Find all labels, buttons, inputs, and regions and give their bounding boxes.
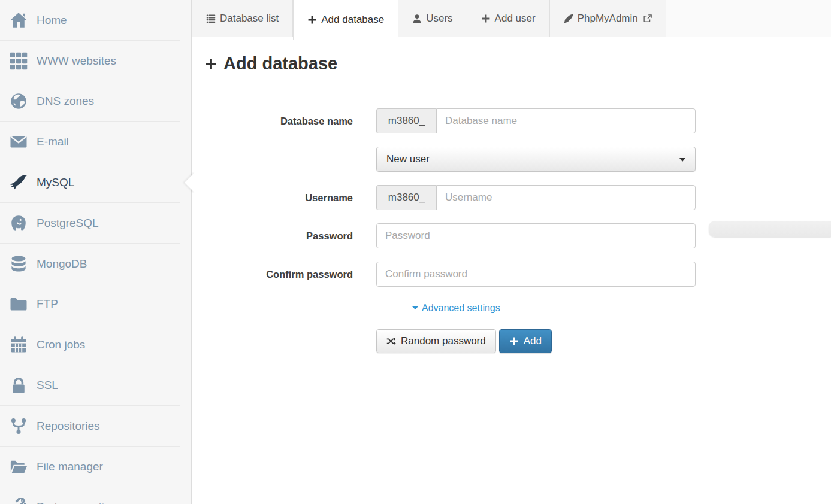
lock-icon: [9, 376, 28, 395]
sidebar-item-label: Cron jobs: [37, 338, 85, 351]
page-title-text: Add database: [223, 54, 337, 74]
code-fork-icon: [9, 417, 28, 436]
username-input[interactable]: [436, 185, 696, 210]
main-content: Database list Add database Users Add use…: [192, 0, 831, 504]
form-buttons-row: Random password Add: [376, 329, 831, 353]
home-icon: [9, 11, 28, 30]
sidebar-item-label: PostgreSQL: [37, 217, 99, 230]
sidebar-item-ssl[interactable]: SSL: [0, 365, 191, 406]
sidebar-item-www-websites[interactable]: WWW websites: [0, 41, 191, 81]
random-password-label: Random password: [401, 335, 486, 347]
plus-icon: [307, 15, 317, 25]
envelope-icon: [9, 132, 28, 151]
title-divider: [204, 90, 831, 90]
database-name-input[interactable]: [436, 108, 696, 133]
sidebar-item-label: MongoDB: [37, 257, 87, 271]
folder-open-icon: [9, 457, 28, 476]
tab-label: Add user: [495, 13, 536, 25]
sidebar-item-label: Repositories: [37, 420, 100, 433]
confirm-password-input[interactable]: [376, 262, 696, 287]
database-name-input-group: m3860_: [376, 108, 696, 133]
form-row-username: Username m3860_: [204, 185, 831, 210]
page-title: Add database: [204, 54, 831, 74]
sidebar-item-label: File manager: [37, 460, 103, 473]
sidebar-item-label: WWW websites: [37, 54, 116, 68]
database-icon: [9, 254, 28, 274]
sidebar-item-label: Home: [37, 14, 67, 27]
shuffle-icon: [386, 336, 396, 346]
mysql-dolphin-icon: [9, 173, 28, 192]
plus-icon: [481, 14, 491, 23]
sidebar-item-ftp[interactable]: FTP: [0, 284, 191, 325]
sidebar: Home WWW websites DNS zones E-mail MySQL…: [0, 0, 192, 504]
folder-icon: [9, 294, 28, 314]
database-name-label: Database name: [204, 116, 376, 127]
tab-add-database[interactable]: Add database: [293, 0, 398, 40]
tab-phpmyadmin[interactable]: PhpMyAdmin: [550, 0, 666, 37]
advanced-settings-link[interactable]: Advanced settings: [412, 303, 500, 314]
username-input-group: m3860_: [376, 185, 696, 210]
sidebar-item-label: DNS zones: [37, 95, 94, 108]
plus-icon: [204, 57, 217, 71]
tab-label: Add database: [321, 14, 384, 26]
advanced-settings-row: Advanced settings: [412, 301, 831, 314]
sidebar-item-cron-jobs[interactable]: Cron jobs: [0, 324, 191, 365]
add-button-label: Add: [524, 335, 542, 347]
list-icon: [206, 14, 216, 23]
password-strength-popover: [709, 221, 831, 237]
sidebar-item-label: FTP: [37, 297, 58, 311]
sidebar-item-postgresql[interactable]: PostgreSQL: [0, 203, 191, 244]
user-select-value: New user: [386, 153, 430, 165]
tab-database-list[interactable]: Database list: [192, 0, 293, 37]
user-select[interactable]: New user: [376, 147, 696, 172]
caret-down-icon: [412, 306, 418, 309]
tab-bar: Database list Add database Users Add use…: [192, 0, 831, 37]
username-label: Username: [204, 192, 376, 204]
add-button[interactable]: Add: [499, 329, 552, 353]
app-root: Home WWW websites DNS zones E-mail MySQL…: [0, 0, 831, 504]
tab-label: PhpMyAdmin: [578, 13, 638, 25]
form-row-user-select: New user: [204, 147, 831, 172]
caret-down-icon: [679, 158, 685, 162]
sidebar-item-label: Port reservation: [37, 500, 117, 504]
random-password-button[interactable]: Random password: [376, 329, 496, 353]
database-name-prefix: m3860_: [376, 108, 436, 133]
password-input[interactable]: [376, 223, 696, 248]
sidebar-item-label: E-mail: [37, 135, 69, 148]
tab-add-user[interactable]: Add user: [467, 0, 550, 37]
sidebar-item-file-manager[interactable]: File manager: [0, 447, 191, 487]
tab-label: Users: [426, 13, 452, 25]
form-row-database-name: Database name m3860_: [204, 108, 831, 133]
tab-label: Database list: [220, 13, 279, 25]
confirm-password-label: Confirm password: [204, 269, 376, 280]
sidebar-item-home[interactable]: Home: [0, 0, 191, 41]
globe-icon: [9, 92, 28, 111]
quill-icon: [564, 14, 573, 23]
sidebar-item-mongodb[interactable]: MongoDB: [0, 244, 191, 284]
calendar-icon: [9, 335, 28, 354]
username-prefix: m3860_: [376, 185, 436, 210]
sidebar-item-port-reservation[interactable]: Port reservation: [0, 487, 191, 504]
sidebar-item-repositories[interactable]: Repositories: [0, 406, 191, 447]
form-row-confirm-password: Confirm password: [204, 262, 831, 287]
sidebar-item-dns-zones[interactable]: DNS zones: [0, 81, 191, 122]
advanced-settings-label: Advanced settings: [422, 303, 500, 314]
user-icon: [412, 14, 422, 23]
password-label: Password: [204, 230, 376, 242]
sidebar-item-label: MySQL: [37, 176, 74, 189]
sidebar-item-label: SSL: [37, 379, 58, 392]
tab-users[interactable]: Users: [398, 0, 467, 37]
sidebar-item-mysql[interactable]: MySQL: [0, 162, 191, 203]
chain-broken-icon: [9, 497, 28, 504]
postgresql-elephant-icon: [9, 214, 28, 233]
external-link-icon: [643, 14, 652, 23]
sidebar-item-email[interactable]: E-mail: [0, 122, 191, 162]
plus-icon: [509, 336, 519, 346]
grid-icon: [9, 51, 28, 71]
page-content: Add database Database name m3860_: [192, 54, 831, 353]
